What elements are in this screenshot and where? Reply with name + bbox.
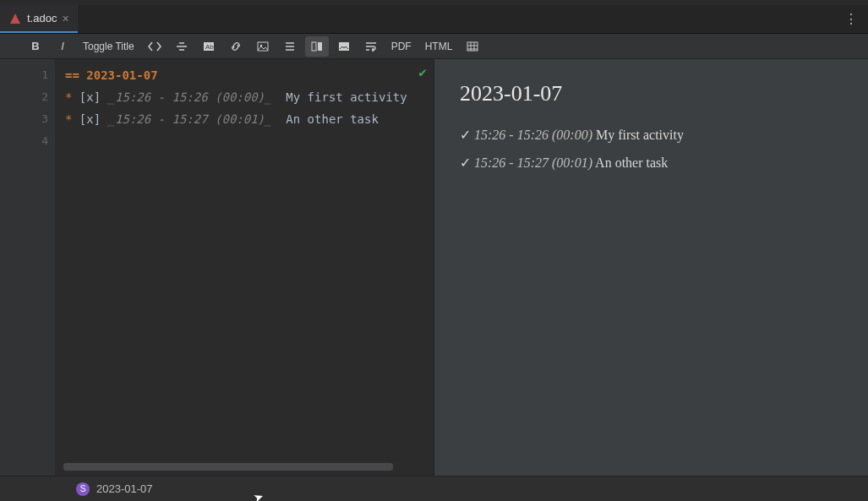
list-button[interactable] xyxy=(278,36,302,57)
pdf-button[interactable]: PDF xyxy=(386,36,417,57)
preview-title: 2023-01-07 xyxy=(460,81,843,106)
section-badge: S xyxy=(76,482,90,496)
image-button[interactable] xyxy=(251,36,275,57)
line-number: 2 xyxy=(0,86,48,108)
link-button[interactable] xyxy=(224,36,248,57)
code-button[interactable] xyxy=(143,36,167,57)
line-number: 1 xyxy=(0,64,48,86)
tab-bar: t.adoc × ⋮ xyxy=(0,5,868,34)
html-button[interactable]: HTML xyxy=(420,36,458,57)
svg-rect-7 xyxy=(339,42,349,51)
time-range: 15:26 - 15:26 (00:00) xyxy=(474,128,592,142)
table-button[interactable] xyxy=(461,36,484,57)
toggle-title-button[interactable]: Toggle Title xyxy=(78,36,139,57)
svg-rect-5 xyxy=(312,42,316,51)
svg-rect-6 xyxy=(318,42,322,51)
editor-toolbar: B I Toggle Title Ab PDF HTML xyxy=(0,34,868,59)
horizontal-scrollbar[interactable] xyxy=(63,463,393,471)
close-icon[interactable]: × xyxy=(62,12,68,25)
activity-text: An other task xyxy=(592,155,668,170)
svg-text:Ab: Ab xyxy=(205,43,214,51)
list-item: ✓15:26 - 15:27 (00:01) An other task xyxy=(460,155,843,171)
asciidoc-file-icon xyxy=(8,12,22,25)
check-icon: ✓ xyxy=(460,155,471,170)
more-menu-icon[interactable]: ⋮ xyxy=(834,11,868,27)
svg-marker-0 xyxy=(10,14,20,24)
list-item: ✓15:26 - 15:26 (00:00) My first activity xyxy=(460,127,843,143)
breadcrumb[interactable]: S 2023-01-07 xyxy=(0,476,868,501)
svg-rect-3 xyxy=(258,42,268,51)
italic-button[interactable]: I xyxy=(51,36,74,57)
highlight-button[interactable]: Ab xyxy=(197,36,221,57)
line-number: 4 xyxy=(0,130,48,152)
breadcrumb-text: 2023-01-07 xyxy=(96,482,153,495)
status-ok-icon: ✔ xyxy=(418,64,427,80)
wrap-button[interactable] xyxy=(359,36,383,57)
preview-pane: 2023-01-07 ✓15:26 - 15:26 (00:00) My fir… xyxy=(434,59,868,476)
line-gutter: 1 2 3 4 xyxy=(0,59,55,476)
check-icon: ✓ xyxy=(460,128,471,142)
file-tab[interactable]: t.adoc × xyxy=(0,5,78,33)
source-editor[interactable]: 1 2 3 4 == 2023-01-07 * [x] _15:26 - 15:… xyxy=(0,59,434,476)
activity-text: My first activity xyxy=(592,128,684,142)
time-range: 15:26 - 15:27 (00:01) xyxy=(474,155,592,170)
image-block-button[interactable] xyxy=(332,36,356,57)
bold-button[interactable]: B xyxy=(24,36,47,57)
strikethrough-button[interactable] xyxy=(170,36,194,57)
split-view-button[interactable] xyxy=(305,36,329,57)
code-area[interactable]: == 2023-01-07 * [x] _15:26 - 15:26 (00:0… xyxy=(55,59,434,476)
line-number: 3 xyxy=(0,108,48,130)
tab-filename: t.adoc xyxy=(27,12,57,25)
